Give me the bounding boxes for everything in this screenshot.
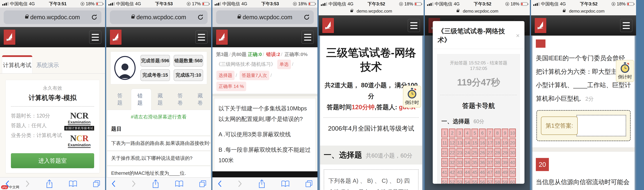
close-icon[interactable]: × [516, 32, 520, 39]
answer-card-cell[interactable]: 50 [509, 168, 516, 177]
answer-card-cell[interactable]: 28 [494, 148, 501, 157]
wcpdoc-logo-icon[interactable] [110, 30, 122, 45]
answer-card-cell[interactable]: 30 [509, 148, 516, 157]
answer-card-cell[interactable]: 25 [472, 148, 478, 157]
wcpdoc-logo-icon[interactable] [535, 18, 546, 33]
answer-card-cell[interactable]: 27 [487, 148, 493, 157]
question-row[interactable]: 关于操作系统,以下哪种说法是错误的? [107, 150, 210, 165]
answer-card-cell[interactable]: 33 [456, 158, 463, 167]
answer-card-cell[interactable]: 55 [472, 178, 478, 184]
answer-card-cell[interactable]: 13 [456, 138, 463, 147]
reload-button[interactable] [91, 14, 98, 21]
answer-card-cell[interactable]: 52 [449, 178, 456, 184]
answer-card-cell[interactable]: 40 [509, 158, 516, 167]
tabs-button[interactable] [199, 180, 206, 187]
answer-card-cell[interactable]: 56 [479, 178, 486, 184]
answer-card-cell[interactable]: 1 [442, 129, 448, 137]
tab-computer-exam[interactable]: 计算机考试 [2, 55, 32, 73]
back-button[interactable] [217, 180, 222, 187]
answer-card-cell[interactable]: 4 [464, 129, 470, 137]
answer-card-cell[interactable]: 35 [472, 158, 478, 167]
menu-button[interactable] [620, 19, 632, 32]
tab-saved-papers[interactable]: 藏卷 [191, 89, 211, 110]
answer-card-cell[interactable]: 49 [502, 168, 508, 177]
tabs-button[interactable] [305, 180, 313, 187]
answer-card-cell[interactable]: 45 [472, 168, 478, 177]
answer-card-cell[interactable]: 57 [487, 178, 493, 184]
answer-card-cell[interactable]: 32 [449, 158, 456, 167]
tab-answer-sheets[interactable]: 答卷 [171, 89, 191, 110]
answer-card-cell[interactable]: 48 [494, 168, 501, 177]
answer-card-cell[interactable]: 10 [509, 129, 516, 137]
answer-card-cell[interactable]: 54 [464, 178, 470, 184]
answer-card-cell[interactable]: 7 [487, 129, 493, 137]
answer-card-cell[interactable]: 20 [509, 138, 516, 147]
address-bar[interactable]: demo.wcpdoc.com [425, 8, 530, 14]
reload-button[interactable] [197, 14, 204, 21]
answer-card-cell[interactable]: 14 [464, 138, 470, 147]
answer-card-cell[interactable]: 53 [456, 178, 463, 184]
blank-1-input[interactable] [576, 115, 626, 136]
question-row[interactable]: 下表为一路由器的路由表.如果该路由器接收到一个源IP地址为1 [107, 135, 210, 150]
answer-card-cell[interactable]: 41 [442, 168, 448, 177]
answer-card-cell[interactable]: 5 [472, 129, 478, 137]
answer-card-cell[interactable]: 60 [509, 178, 516, 184]
tab-answers[interactable]: 答题 [111, 89, 131, 110]
address-bar[interactable]: demo.wcpdoc.com [318, 8, 424, 14]
answer-card-cell[interactable]: 34 [464, 158, 470, 167]
menu-button[interactable] [195, 31, 208, 44]
answer-card-cell[interactable]: 38 [494, 158, 501, 167]
wcpdoc-logo-icon[interactable] [216, 30, 228, 45]
forward-button[interactable] [132, 180, 136, 187]
bookmarks-button[interactable] [281, 180, 290, 187]
back-button[interactable] [111, 180, 116, 187]
answer-card-cell[interactable]: 31 [442, 158, 448, 167]
forward-button[interactable] [25, 180, 30, 187]
menu-button[interactable] [302, 31, 314, 44]
answer-card-cell[interactable]: 23 [456, 148, 463, 157]
question-row[interactable]: Ethernet的MAC地址长度为____位. [107, 165, 210, 177]
answer-card-cell[interactable]: 39 [502, 158, 508, 167]
answer-card-cell[interactable]: 51 [442, 178, 448, 184]
answer-card-cell[interactable]: 42 [449, 168, 456, 177]
answer-card-cell[interactable]: 19 [502, 138, 508, 147]
share-button[interactable] [46, 179, 53, 188]
address-bar[interactable]: demo.wcpdoc.com [4, 10, 101, 24]
wcpdoc-logo-icon[interactable] [4, 30, 15, 45]
answer-card-cell[interactable]: 2 [449, 129, 456, 137]
tab-wrong-questions[interactable]: 错题 [131, 89, 151, 110]
answer-card-cell[interactable]: 6 [479, 129, 486, 137]
share-button[interactable] [258, 179, 266, 188]
address-bar[interactable]: demo.wcpdoc.com [531, 8, 636, 14]
answer-card-cell[interactable]: 59 [502, 178, 508, 184]
answer-card-cell[interactable]: 24 [464, 148, 470, 157]
share-button[interactable] [152, 179, 159, 188]
forward-button[interactable] [238, 180, 242, 187]
bookmarks-button[interactable] [175, 180, 184, 187]
answer-card-cell[interactable]: 22 [449, 148, 456, 157]
answer-card-cell[interactable]: 8 [494, 129, 501, 137]
wcpdoc-logo-icon[interactable] [322, 18, 334, 33]
answer-card-cell[interactable]: 44 [464, 168, 470, 177]
address-bar[interactable]: demo.wcpdoc.com [110, 10, 208, 24]
tabs-button[interactable] [93, 180, 100, 187]
answer-card-cell[interactable]: 26 [479, 148, 486, 157]
answer-card-cell[interactable]: 18 [494, 138, 501, 147]
answer-card-cell[interactable]: 47 [487, 168, 493, 177]
tab-system-demo[interactable]: 系统演示 [32, 57, 63, 73]
answer-card-cell[interactable]: 43 [456, 168, 463, 177]
bookmarks-button[interactable] [69, 180, 77, 187]
menu-button[interactable] [408, 19, 420, 32]
answer-card-cell[interactable]: 12 [449, 138, 456, 147]
answer-card-cell[interactable]: 21 [442, 148, 448, 157]
menu-button[interactable] [89, 31, 101, 44]
address-bar[interactable]: demo.wcpdoc.com [216, 10, 314, 24]
tab-saved-questions[interactable]: 藏题 [151, 89, 171, 110]
answer-card-cell[interactable]: 58 [494, 178, 501, 184]
answer-card-cell[interactable]: 36 [479, 158, 486, 167]
answer-card-cell[interactable]: 11 [442, 138, 448, 147]
answer-card-cell[interactable]: 37 [487, 158, 493, 167]
answer-card-cell[interactable]: 15 [472, 138, 478, 147]
answer-card-cell[interactable]: 17 [487, 138, 493, 147]
reload-button[interactable] [303, 14, 310, 21]
